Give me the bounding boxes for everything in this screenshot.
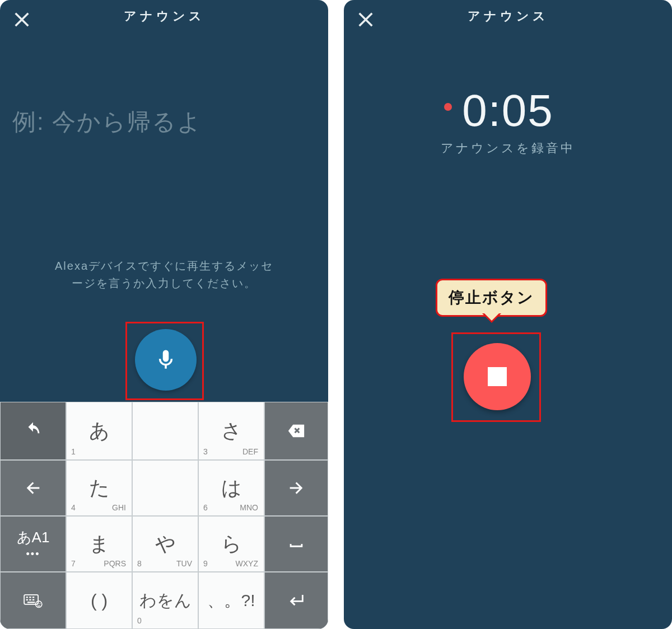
- microphone-icon: [154, 348, 178, 372]
- keyboard-emoji-icon: [24, 591, 43, 610]
- svg-rect-5: [26, 599, 28, 600]
- svg-rect-8: [27, 602, 35, 603]
- key-hidden[interactable]: [132, 402, 198, 460]
- announce-input-placeholder[interactable]: 例: 今から帰るよ: [12, 106, 202, 138]
- x-icon: [356, 10, 375, 29]
- key-wa[interactable]: わをん0: [132, 572, 198, 629]
- arrow-left-icon: [24, 478, 43, 497]
- key-parentheses[interactable]: ( ): [66, 572, 132, 629]
- svg-rect-4: [32, 597, 34, 598]
- backspace-icon: [287, 421, 306, 440]
- instruction-text: Alexaデバイスですぐに再生するメッセージを言うか入力してください。: [0, 257, 328, 292]
- key-undo[interactable]: [0, 402, 66, 460]
- recording-timer-area: 0:05 アナウンスを録音中: [344, 85, 672, 157]
- key-enter[interactable]: [264, 572, 328, 629]
- enter-icon: [287, 591, 306, 610]
- svg-rect-7: [32, 599, 34, 600]
- header: アナウンス: [344, 0, 672, 32]
- key-cursor-left[interactable]: [0, 460, 66, 516]
- svg-rect-3: [29, 597, 31, 598]
- key-space[interactable]: [264, 516, 328, 572]
- key-ya[interactable]: や8TUV: [132, 516, 198, 572]
- recording-dot-icon: [444, 103, 452, 111]
- undo-icon: [24, 421, 43, 440]
- mic-button-highlight: [125, 322, 204, 400]
- key-mode-switch[interactable]: あA1•••: [0, 516, 66, 572]
- key-cursor-right[interactable]: [264, 460, 328, 516]
- soft-keyboard: あ1 さ3DEF た4GHI は6MNO あA1••• ま7PQRS や8TUV…: [0, 402, 328, 629]
- close-button[interactable]: [356, 10, 375, 29]
- arrow-right-icon: [287, 478, 306, 497]
- stop-button[interactable]: [464, 343, 531, 410]
- svg-rect-6: [29, 599, 31, 600]
- key-keyboard-emoji[interactable]: [0, 572, 66, 629]
- recording-status: アナウンスを録音中: [344, 140, 672, 157]
- header: アナウンス: [0, 0, 328, 32]
- key-a[interactable]: あ1: [66, 402, 132, 460]
- space-icon: [287, 534, 306, 553]
- stop-icon: [488, 367, 507, 386]
- svg-rect-2: [26, 597, 28, 598]
- close-button[interactable]: [12, 10, 31, 29]
- key-backspace[interactable]: [264, 402, 328, 460]
- key-ta[interactable]: た4GHI: [66, 460, 132, 516]
- key-ha[interactable]: は6MNO: [198, 460, 264, 516]
- phone-screen-left: アナウンス 例: 今から帰るよ Alexaデバイスですぐに再生するメッセージを言…: [0, 0, 328, 629]
- annotation-callout: 停止ボタン: [436, 279, 547, 317]
- microphone-button[interactable]: [135, 329, 197, 391]
- key-punctuation[interactable]: 、。?!: [198, 572, 264, 629]
- key-hidden-2[interactable]: [132, 460, 198, 516]
- recording-timer: 0:05: [462, 85, 554, 137]
- svg-point-10: [37, 603, 38, 604]
- svg-point-11: [40, 603, 41, 604]
- key-ma[interactable]: ま7PQRS: [66, 516, 132, 572]
- key-sa[interactable]: さ3DEF: [198, 402, 264, 460]
- x-icon: [12, 10, 31, 29]
- key-ra[interactable]: ら9WXYZ: [198, 516, 264, 572]
- page-title: アナウンス: [0, 8, 328, 25]
- page-title: アナウンス: [344, 8, 672, 25]
- stop-button-highlight: [451, 332, 541, 422]
